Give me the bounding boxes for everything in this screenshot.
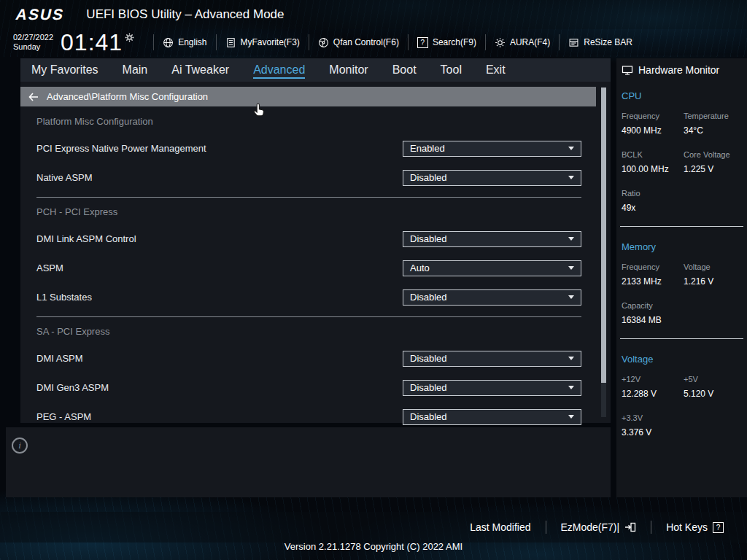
dropdown-value: Auto (410, 262, 430, 273)
ezmode-button[interactable]: EzMode(F7)| (546, 521, 651, 533)
hm-label: Core Voltage (684, 150, 746, 159)
hm-row: Capacity 16384 MB (622, 301, 747, 325)
search-button[interactable]: ? Search(F9) (408, 34, 485, 50)
bios-version-text: Version 2.21.1278 Copyright (C) 2022 AMI (0, 541, 747, 552)
aura-icon (495, 37, 506, 48)
dropdown-value: Disabled (410, 411, 447, 422)
tab-monitor[interactable]: Monitor (329, 58, 368, 82)
tab-advanced[interactable]: Advanced (253, 58, 305, 82)
aura-button[interactable]: AURA(F4) (485, 34, 559, 50)
gear-icon[interactable] (125, 33, 134, 42)
toolbar-bar: 02/27/2022 Sunday 01:41 English MyFavori… (0, 29, 747, 55)
dropdown-aspm[interactable]: Auto (403, 260, 581, 276)
scrollbar-thumb[interactable] (601, 88, 606, 383)
dropdown-value: Disabled (410, 172, 447, 183)
tab-my-favorites[interactable]: My Favorites (31, 58, 98, 82)
back-button[interactable] (20, 93, 47, 101)
dropdown-value: Enabled (410, 143, 445, 154)
title-bar: ASUS UEFI BIOS Utility – Advanced Mode (0, 0, 747, 29)
breadcrumb: Advanced\Platform Misc Configuration (20, 87, 596, 106)
dropdown-dmi-link-aspm-control[interactable]: Disabled (403, 231, 581, 247)
back-arrow-icon (28, 93, 39, 101)
setting-row: L1 Substates Disabled (36, 289, 581, 306)
setting-label: ASPM (36, 262, 63, 273)
hm-value: 2133 MHz (622, 276, 684, 287)
chevron-down-icon (568, 386, 574, 389)
hm-label: Voltage (684, 262, 746, 271)
chevron-down-icon (568, 237, 574, 241)
date-label: 02/27/2022 (13, 33, 53, 42)
day-label: Sunday (13, 42, 53, 52)
settings-list: PCI Express Native Power Management Enab… (36, 140, 581, 425)
hotkeys-label: Hot Keys (666, 521, 708, 533)
hm-label: +12V (622, 375, 684, 384)
tab-boot[interactable]: Boot (392, 58, 417, 82)
globe-icon (163, 37, 174, 48)
dropdown-value: Disabled (410, 233, 447, 244)
scrollbar-track[interactable] (601, 88, 606, 417)
setting-label: DMI Gen3 ASPM (36, 382, 109, 393)
hm-voltage-title: Voltage (622, 354, 747, 365)
language-label: English (178, 37, 206, 47)
dropdown-peg-aspm[interactable]: Disabled (403, 409, 581, 425)
section-heading: SA - PCI Express (36, 326, 581, 338)
hardware-monitor-header: Hardware Monitor (622, 64, 747, 76)
page-title: Platform Misc Configuration (36, 116, 611, 128)
dropdown-pci-express-native-power-management[interactable]: Enabled (403, 141, 581, 157)
hardware-monitor-panel: Hardware Monitor CPU Frequency 4900 MHz … (616, 58, 747, 497)
hm-row: +3.3V 3.376 V (622, 413, 747, 438)
resize-bar-button[interactable]: ReSize BAR (559, 34, 641, 50)
tab-tool[interactable]: Tool (441, 58, 462, 82)
tab-ai-tweaker[interactable]: Ai Tweaker (171, 58, 229, 82)
hm-value: 34°C (684, 125, 746, 136)
aura-label: AURA(F4) (510, 37, 550, 47)
hm-row: Frequency 4900 MHz Temperature 34°C (622, 112, 747, 136)
hm-divider (620, 226, 743, 227)
last-modified-button[interactable]: Last Modified (455, 521, 545, 533)
breadcrumb-path: Advanced\Platform Misc Configuration (47, 91, 208, 102)
chevron-down-icon (568, 415, 574, 419)
dropdown-dmi-aspm[interactable]: Disabled (403, 351, 581, 367)
chevron-down-icon (568, 176, 574, 179)
setting-row: PEG - ASPM Disabled (36, 408, 581, 425)
hm-label: BCLK (622, 150, 684, 159)
hm-value: 100.00 MHz (622, 164, 684, 174)
dropdown-l1-substates[interactable]: Disabled (403, 289, 581, 306)
hm-row: +12V 12.288 V +5V 5.120 V (622, 375, 747, 399)
section-divider (36, 197, 581, 198)
dropdown-value: Disabled (410, 292, 447, 303)
setting-label: PCI Express Native Power Management (36, 143, 206, 154)
hardware-monitor-title: Hardware Monitor (638, 64, 719, 76)
footer-bar: Last Modified EzMode(F7)| Hot Keys ? (0, 512, 747, 542)
search-label: Search(F9) (433, 37, 476, 47)
hm-value: 4900 MHz (622, 125, 684, 136)
help-icon: ? (713, 522, 724, 533)
chevron-down-icon (568, 266, 574, 270)
help-panel: i (6, 427, 611, 497)
chevron-down-icon (568, 357, 574, 360)
language-button[interactable]: English (153, 34, 215, 50)
dropdown-dmi-gen3-aspm[interactable]: Disabled (403, 380, 581, 396)
resize-bar-label: ReSize BAR (584, 37, 632, 47)
setting-row: DMI Link ASPM Control Disabled (36, 230, 581, 247)
dropdown-native-aspm[interactable]: Disabled (403, 170, 581, 186)
hm-label: +3.3V (622, 413, 684, 422)
main-menu-bar: My Favorites Main Ai Tweaker Advanced Mo… (20, 58, 611, 82)
tab-main[interactable]: Main (123, 58, 148, 82)
hm-row: Frequency 2133 MHz Voltage 1.216 V (622, 262, 747, 287)
qfan-label: Qfan Control(F6) (333, 37, 399, 47)
myfavorite-button[interactable]: MyFavorite(F3) (216, 34, 309, 50)
dropdown-value: Disabled (410, 382, 447, 393)
setting-row: PCI Express Native Power Management Enab… (36, 140, 581, 157)
hm-value: 12.288 V (622, 389, 684, 399)
hm-value: 49x (622, 203, 684, 213)
myfavorite-icon (225, 37, 236, 48)
section-heading: PCH - PCI Express (36, 206, 581, 218)
qfan-button[interactable]: Qfan Control(F6) (309, 34, 408, 50)
hm-value: 5.120 V (684, 389, 746, 399)
hotkeys-button[interactable]: Hot Keys ? (651, 521, 738, 533)
ezmode-exit-icon (624, 522, 636, 532)
tab-exit[interactable]: Exit (486, 58, 506, 82)
setting-label: DMI ASPM (36, 353, 83, 364)
time-label: 01:41 (61, 30, 123, 55)
